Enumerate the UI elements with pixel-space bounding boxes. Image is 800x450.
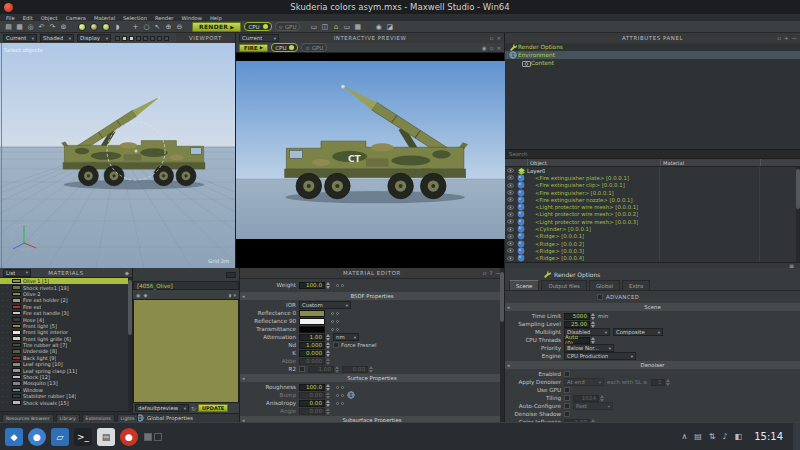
visibility-eye-icon[interactable] xyxy=(505,197,515,202)
menu-material[interactable]: Material xyxy=(90,15,119,21)
object-search-bar[interactable]: Search xyxy=(505,150,800,159)
checkbox[interactable] xyxy=(564,371,570,377)
tray-volume-icon[interactable]: ♪ xyxy=(723,432,728,441)
rotate-tool-icon[interactable]: ○ xyxy=(141,22,152,32)
tab-output-files[interactable]: Output files xyxy=(541,280,586,290)
spin-up-icon[interactable] xyxy=(326,358,330,361)
value-field[interactable]: 25.00 xyxy=(564,321,590,328)
dropdown[interactable]: Fast▾ xyxy=(573,402,613,410)
value-field[interactable]: 1.00 xyxy=(308,366,334,373)
checkbox[interactable] xyxy=(564,395,570,401)
visibility-eye-icon[interactable] xyxy=(505,175,515,180)
spin-up-icon[interactable] xyxy=(335,366,339,369)
gpu-toggle[interactable]: ⊙ GPU xyxy=(275,22,301,31)
checkbox-wrap[interactable] xyxy=(564,395,570,401)
viewport-dropdown-shaded[interactable]: Shaded▾ xyxy=(40,34,74,42)
app-launcher-icon[interactable]: ◆ xyxy=(5,428,23,446)
visibility-eye-icon[interactable] xyxy=(505,205,515,210)
preview-render-canvas[interactable]: CT xyxy=(236,61,504,276)
tab-extensions[interactable]: Extensions xyxy=(82,414,115,422)
value-spinner[interactable]: 0.000 xyxy=(299,350,330,357)
value-field[interactable]: 100.0 xyxy=(299,384,325,391)
spinner-arrows[interactable] xyxy=(326,342,330,349)
value-field[interactable]: 0.00 xyxy=(342,366,368,373)
tray-clipboard-icon[interactable]: ▤ xyxy=(694,432,702,441)
display-toggle-8[interactable] xyxy=(164,36,169,41)
visibility-eye-icon[interactable] xyxy=(505,183,515,188)
spinner-arrows[interactable] xyxy=(326,400,330,407)
checkbox-wrap[interactable] xyxy=(564,403,570,409)
editor-scrollbar[interactable] xyxy=(500,268,504,422)
value-spinner[interactable]: 0.00 xyxy=(299,392,330,399)
spinner-arrows[interactable] xyxy=(591,313,595,320)
spin-down-icon[interactable] xyxy=(326,404,330,407)
viewport-3d-canvas[interactable]: Select objects Grid 2m xyxy=(0,43,236,268)
visibility-eye-icon[interactable] xyxy=(505,190,515,195)
spinner-arrows[interactable] xyxy=(326,384,330,391)
preview-pin-icon[interactable]: ◉ xyxy=(136,292,140,298)
checkbox[interactable] xyxy=(564,387,570,393)
object-row[interactable]: <Light protector wire mesh> [0.0.0.2] xyxy=(505,211,800,218)
value-field[interactable]: 0.000 xyxy=(299,358,325,365)
select-tool-icon[interactable]: ↖ xyxy=(152,22,163,32)
texture-pick-icon[interactable]: ◗ xyxy=(112,22,123,32)
snapshot-icon[interactable]: ◉ xyxy=(373,22,384,32)
tray-network-icon[interactable]: ◧ xyxy=(735,432,743,441)
refresh-icon[interactable]: ↻ xyxy=(191,405,196,412)
browser-icon[interactable]: ● xyxy=(28,428,46,446)
spin-down-icon[interactable] xyxy=(335,370,339,373)
spin-up-icon[interactable] xyxy=(600,395,604,398)
value-field[interactable]: 1024 xyxy=(573,395,599,402)
scrollbar-thumb[interactable] xyxy=(796,169,800,209)
value-spinner[interactable]: 1.00 xyxy=(299,334,330,341)
value-spinner[interactable]: 1.000 xyxy=(299,342,330,349)
settings-icon[interactable]: ⊛ xyxy=(58,22,69,32)
tab-global[interactable]: Global xyxy=(589,280,620,290)
section-bar-bsdf-properties[interactable]: ◂BSDF Properties xyxy=(240,292,504,300)
tree-item-content[interactable]: Content xyxy=(505,59,800,67)
checkbox[interactable] xyxy=(564,411,570,417)
visibility-eye-icon[interactable] xyxy=(505,219,515,224)
material-ball-dark-icon[interactable] xyxy=(90,23,98,31)
cpu-toggle[interactable]: CPU xyxy=(244,22,271,31)
file-manager-icon[interactable]: ▱ xyxy=(51,428,69,446)
preview-settings-icon[interactable]: ▫ xyxy=(490,45,494,51)
attributes-add-icon[interactable]: + xyxy=(784,35,789,41)
value-spinner[interactable]: 1 xyxy=(651,379,670,386)
new-scene-icon[interactable]: ▤ xyxy=(3,22,14,32)
panels-view-icon[interactable]: ▦ xyxy=(352,22,363,32)
tab-library[interactable]: Library xyxy=(56,414,80,422)
spin-down-icon[interactable] xyxy=(326,362,330,365)
material-name-bar[interactable]: [4056_Olive] xyxy=(133,281,239,290)
spinner-arrows[interactable] xyxy=(326,350,330,357)
value-field[interactable]: 0.00 xyxy=(299,392,325,399)
checkbox-wrap[interactable] xyxy=(564,387,570,393)
value-field[interactable]: 100.0 xyxy=(299,282,325,289)
preview-mini-button[interactable] xyxy=(226,272,236,278)
text-editor-icon[interactable]: ▤ xyxy=(97,428,115,446)
virtual-desktop-pager[interactable] xyxy=(144,433,162,441)
spin-down-icon[interactable] xyxy=(591,317,595,320)
material-leaf-icon[interactable] xyxy=(102,23,110,31)
visibility-eye-icon[interactable] xyxy=(505,248,515,253)
texture-globe-icon[interactable] xyxy=(347,391,355,400)
section-bar-denoiser[interactable]: ◂Denoiser xyxy=(505,361,800,369)
value-spinner[interactable]: 5000 xyxy=(564,313,595,320)
tab-lights[interactable]: Lights xyxy=(117,414,139,422)
object-row[interactable]: Layer0 xyxy=(505,167,800,174)
tray-expand-icon[interactable]: ∧ xyxy=(681,432,687,441)
value-spinner[interactable]: 100.0 xyxy=(299,384,330,391)
update-button[interactable]: UPDATE xyxy=(198,404,228,412)
spin-up-icon[interactable] xyxy=(326,342,330,345)
zoom-out-icon[interactable]: ⊖ xyxy=(174,22,185,32)
layout-split-icon[interactable]: ◫ xyxy=(319,22,330,32)
object-row[interactable]: <Fire extinguisher nozzle> [0.0.0.1] xyxy=(505,196,800,203)
spin-down-icon[interactable] xyxy=(326,346,330,349)
spin-up-icon[interactable] xyxy=(326,334,330,337)
menu-render[interactable]: Render xyxy=(151,15,177,21)
value-spinner[interactable]: 0.00 xyxy=(342,366,373,373)
frame-region-icon[interactable]: ◪ xyxy=(384,22,395,32)
spin-down-icon[interactable] xyxy=(326,396,330,399)
visibility-eye-icon[interactable] xyxy=(505,234,515,239)
value-field[interactable]: 0.00 xyxy=(299,408,325,415)
